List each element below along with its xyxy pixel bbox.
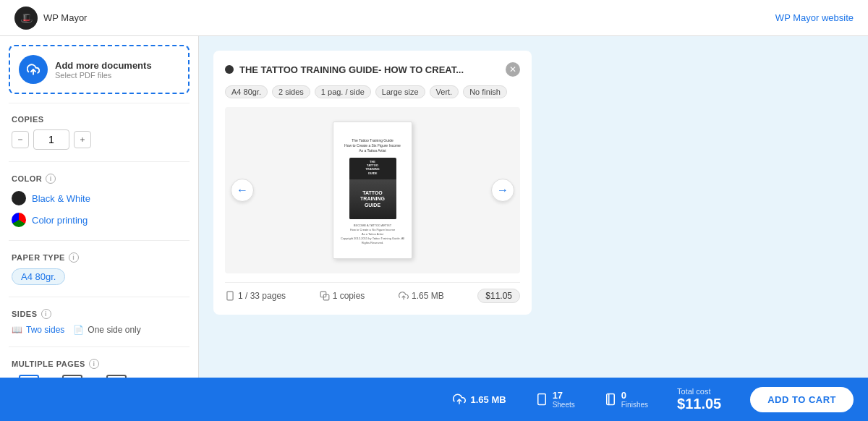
paper-type-info-icon[interactable]: i: [69, 252, 79, 263]
footer-copies: 1 copies: [320, 291, 365, 301]
doc-header: THE TATTOO TRAINING GUIDE- HOW TO CREAT.…: [225, 62, 520, 77]
svg-rect-16: [227, 292, 233, 300]
footer-pages: 1 / 33 pages: [225, 291, 286, 301]
svg-rect-21: [537, 394, 545, 405]
preview-book: THETATTOOTRAININGGUIDE TATTOOTRAININGGUI…: [349, 158, 396, 219]
tag-orientation: Vert.: [430, 85, 459, 98]
paper-type-chip[interactable]: A4 80gr.: [12, 268, 65, 285]
divider-1: [9, 103, 190, 103]
doc-close-button[interactable]: ✕: [506, 62, 520, 77]
bottom-bar: 1.65 MB 17 Sheets 0 Finishes Total cost …: [0, 378, 868, 421]
preview-header-text: The Tattoo Training GuideHow to Create a…: [341, 134, 404, 155]
divider-3: [9, 240, 190, 241]
divider-4: [9, 297, 190, 297]
external-link[interactable]: WP Mayor website: [775, 12, 854, 23]
doc-title: THE TATTOO TRAINING GUIDE- HOW TO CREAT.…: [239, 64, 464, 75]
doc-dot: [225, 65, 234, 74]
color-section: COLOR i Black & White Color printing: [0, 168, 198, 234]
sides-info-icon[interactable]: i: [41, 309, 51, 319]
sheets-label: Sheets: [553, 401, 575, 409]
logo-icon: 🎩: [14, 7, 38, 30]
preview-prev-button[interactable]: ←: [231, 179, 254, 202]
sides-options: 📖 Two sides 📄 One side only: [12, 325, 187, 335]
preview-book-image: TATTOOTRAININGGUIDE: [349, 179, 396, 219]
document-card: THE TATTOO TRAINING GUIDE- HOW TO CREAT.…: [213, 51, 532, 315]
bottom-upload-size: 1.65 MB: [453, 393, 506, 406]
doc-footer: 1 / 33 pages 1 copies 1.65 MB $11.05: [225, 282, 520, 303]
copies-section: COPIES: [0, 109, 198, 156]
bw-label: Black & White: [32, 193, 90, 204]
document-preview: The Tattoo Training GuideHow to Create a…: [333, 122, 412, 259]
content-area: THE TATTOO TRAINING GUIDE- HOW TO CREAT.…: [199, 36, 868, 378]
preview-next-button[interactable]: →: [491, 179, 514, 202]
tag-size: Large size: [375, 85, 425, 98]
main-layout: Add more documents Select PDF files COPI…: [0, 36, 868, 378]
footer-price: $11.05: [477, 289, 520, 303]
footer-size-text: 1.65 MB: [412, 291, 444, 301]
multiple-pages-label: MULTIPLE PAGES i: [12, 359, 187, 369]
copies-input[interactable]: [33, 129, 69, 150]
color-label-text: Color printing: [32, 215, 88, 226]
upload-sublabel: Select PDF files: [55, 71, 152, 80]
paper-type-section: PAPER TYPE i A4 80gr.: [0, 247, 198, 291]
multiple-pages-info-icon[interactable]: i: [89, 359, 99, 369]
total-price: $11.05: [677, 396, 721, 412]
total-label: Total cost: [677, 387, 721, 396]
finishes-count: 0: [621, 390, 648, 401]
svg-rect-22: [607, 394, 615, 405]
color-option-color[interactable]: Color printing: [12, 211, 187, 229]
multiple-pages-section: MULTIPLE PAGES i 1 per side 2 p: [0, 353, 198, 378]
sidebar: Add more documents Select PDF files COPI…: [0, 36, 199, 378]
doc-title-row: THE TATTOO TRAINING GUIDE- HOW TO CREAT.…: [225, 64, 464, 75]
bottom-finishes: 0 Finishes: [604, 390, 648, 409]
copies-increment[interactable]: [74, 131, 91, 148]
upload-circle: [19, 55, 48, 84]
bottom-sheets: 17 Sheets: [535, 390, 575, 409]
side-option-two[interactable]: 📖 Two sides: [12, 325, 64, 335]
sides-label: SIDES i: [12, 309, 187, 319]
upload-size-value: 1.65 MB: [470, 394, 506, 405]
footer-pages-text: 1 / 33 pages: [238, 291, 286, 301]
color-label: COLOR i: [12, 174, 187, 184]
tag-pages: 1 pag. / side: [315, 85, 371, 98]
two-sides-icon: 📖: [12, 325, 22, 335]
tag-paper: A4 80gr.: [225, 85, 268, 98]
copies-row: [12, 129, 187, 150]
side-option-one[interactable]: 📄 One side only: [73, 325, 140, 335]
color-option-bw[interactable]: Black & White: [12, 190, 187, 207]
copies-decrement[interactable]: [12, 131, 29, 148]
upload-label: Add more documents: [55, 60, 152, 71]
preview-area: ← The Tattoo Training GuideHow to Create…: [225, 107, 520, 273]
site-name: WP Mayor: [43, 12, 87, 23]
sheets-count: 17: [553, 390, 575, 401]
two-sides-label: Two sides: [26, 325, 64, 335]
tag-sides: 2 sides: [272, 85, 310, 98]
header: 🎩 WP Mayor WP Mayor website: [0, 0, 868, 36]
color-options: Black & White Color printing: [12, 190, 187, 229]
paper-type-label: PAPER TYPE i: [12, 252, 187, 263]
sides-section: SIDES i 📖 Two sides 📄 One side only: [0, 303, 198, 341]
sheets-info: 17 Sheets: [553, 390, 575, 409]
divider-2: [9, 161, 190, 162]
color-circle: [12, 213, 26, 227]
preview-footer-text: BECOME A TATTOO ARTISTHow to Create a Si…: [333, 222, 412, 247]
upload-area[interactable]: Add more documents Select PDF files: [9, 45, 190, 94]
color-info-icon[interactable]: i: [46, 174, 56, 184]
copies-label: COPIES: [12, 115, 187, 124]
footer-size: 1.65 MB: [399, 291, 444, 301]
one-side-icon: 📄: [73, 325, 84, 335]
one-side-label: One side only: [88, 325, 140, 335]
add-to-cart-button[interactable]: ADD TO CART: [750, 387, 854, 412]
logo-area: 🎩 WP Mayor: [14, 7, 87, 30]
divider-5: [9, 346, 190, 347]
tag-finish: No finish: [463, 85, 507, 98]
bw-circle: [12, 191, 26, 205]
upload-text-area: Add more documents Select PDF files: [55, 60, 152, 80]
tags-row: A4 80gr. 2 sides 1 pag. / side Large siz…: [225, 85, 520, 98]
finishes-info: 0 Finishes: [621, 390, 648, 409]
finishes-label: Finishes: [621, 401, 648, 409]
footer-copies-text: 1 copies: [333, 291, 365, 301]
bottom-total: Total cost $11.05: [677, 387, 721, 412]
